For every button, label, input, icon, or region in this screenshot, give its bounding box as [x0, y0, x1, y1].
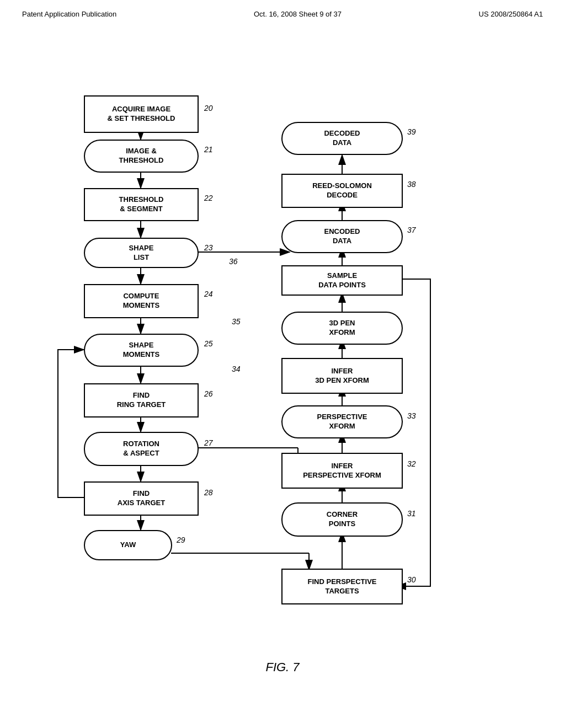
label-35: 35 [232, 317, 241, 326]
label-31: 31 [407, 509, 416, 518]
page-header: Patent Application Publication Oct. 16, … [0, 0, 565, 24]
header-center: Oct. 16, 2008 Sheet 9 of 37 [254, 10, 342, 18]
fig-caption: FIG. 7 [265, 660, 299, 675]
label-25: 25 [204, 339, 213, 348]
node-31: CORNER POINTS [281, 502, 403, 537]
label-29: 29 [177, 536, 185, 544]
node-37: ENCODED DATA [281, 220, 403, 253]
node-29: YAW [84, 530, 172, 560]
node-28: FIND AXIS TARGET [84, 481, 199, 516]
node-39: DECODED DATA [281, 122, 403, 155]
label-39: 39 [407, 127, 416, 136]
label-27: 27 [204, 438, 213, 447]
header-right: US 2008/250864 A1 [479, 10, 543, 18]
label-20: 20 [204, 104, 213, 113]
label-21: 21 [204, 145, 213, 154]
node-26: FIND RING TARGET [84, 383, 199, 417]
node-25: SHAPE MOMENTS [84, 334, 199, 367]
label-34: 34 [232, 365, 241, 373]
node-24: COMPUTE MOMENTS [84, 284, 199, 318]
node-23: SHAPE LIST [84, 238, 199, 268]
node-36: SAMPLE DATA POINTS [281, 265, 403, 296]
node-22: THRESHOLD & SEGMENT [84, 188, 199, 221]
label-30: 30 [407, 575, 416, 584]
node-21: IMAGE & THRESHOLD [84, 140, 199, 173]
label-38: 38 [407, 180, 416, 189]
node-38: REED-SOLOMON DECODE [281, 174, 403, 208]
label-22: 22 [204, 194, 213, 202]
node-27: ROTATION & ASPECT [84, 432, 199, 466]
header-left: Patent Application Publication [22, 10, 116, 18]
node-35: 3D PEN XFORM [281, 312, 403, 345]
node-32: INFER PERSPECTIVE XFORM [281, 453, 403, 489]
node-33: PERSPECTIVE XFORM [281, 405, 403, 438]
label-26: 26 [204, 389, 213, 398]
label-36-arrow: 36 [229, 257, 238, 266]
label-24: 24 [204, 290, 213, 298]
node-30: FIND PERSPECTIVE TARGETS [281, 569, 403, 604]
label-37: 37 [407, 226, 416, 234]
label-33: 33 [407, 411, 416, 420]
node-20: ACQUIRE IMAGE & SET THRESHOLD [84, 95, 199, 133]
label-28: 28 [204, 488, 213, 497]
diagram-area: ACQUIRE IMAGE & SET THRESHOLD 20 IMAGE &… [0, 29, 565, 691]
label-32: 32 [407, 459, 416, 468]
label-23: 23 [204, 243, 213, 252]
node-34: INFER 3D PEN XFORM [281, 358, 403, 394]
